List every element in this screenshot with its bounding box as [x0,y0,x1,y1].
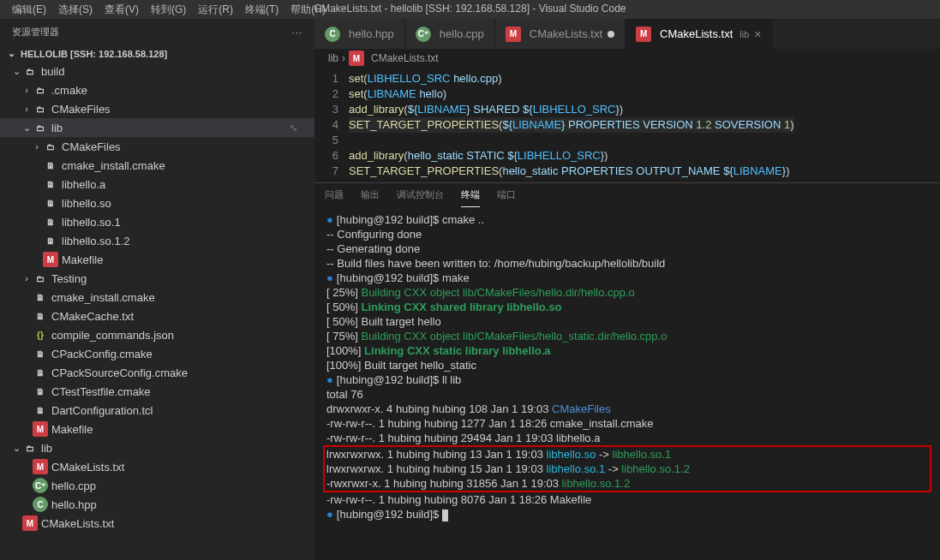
chevron-down-icon: ⌄ [10,66,22,77]
tree-item[interactable]: C⁺hello.cpp [0,476,314,495]
tree-item[interactable]: 🗎libhello.a [0,175,314,194]
tree-item-label: DartConfiguration.tcl [51,404,153,417]
tree-item[interactable]: MCMakeLists.txt [0,514,314,533]
tree-item-label: hello.hpp [51,498,97,511]
chevron-down-icon: ⌄ [10,443,22,454]
panel-tab[interactable]: 调试控制台 [397,188,444,207]
editor-tab[interactable]: MCMakeLists.txtlib× [626,19,772,49]
tree-item[interactable]: 🗎CPackConfig.cmake [0,344,314,363]
tab-label: hello.cpp [440,27,484,40]
folder-icon: 🗀 [43,139,58,154]
tree-item-label: build [41,65,64,78]
menu-item[interactable]: 终端(T) [242,3,282,17]
editor-tab[interactable]: C⁺hello.cpp [405,19,495,49]
tree-item[interactable]: 🗎CPackSourceConfig.cmake [0,363,314,382]
tree-item-label: lib [51,122,63,134]
tree-item-label: libhello.so [62,197,111,210]
explorer-title: 资源管理器 [12,26,59,39]
editor-tab[interactable]: MCMakeLists.txt [495,19,626,49]
bullet-icon: ● [326,373,333,386]
tree-item-label: .cmake [51,84,87,97]
cmake-m-icon: M [349,51,364,66]
panel-tab[interactable]: 输出 [361,188,380,207]
bullet-icon: ● [326,271,333,284]
tree-item[interactable]: 🗎libhello.so [0,194,314,212]
makefile-m-icon: M [43,252,58,267]
tree-item[interactable]: 🗎DartConfiguration.tcl [0,401,314,420]
chevron-right-icon: › [21,104,33,114]
tree-item[interactable]: MMakefile [0,420,314,438]
file-icon: 🗎 [43,158,58,173]
tree-item[interactable]: ›🗀CMakeFiles [0,137,314,156]
close-icon[interactable]: × [754,27,761,41]
cpp-icon: C⁺ [33,478,48,493]
tree-item[interactable]: {}compile_commands.json [0,325,314,344]
terminal[interactable]: ●[hubing@192 build]$ cmake ..-- Configur… [314,207,940,560]
tree-item-label: libhello.so.1 [62,216,121,229]
tree-item-label: lib [41,442,52,455]
folder-icon: 🗀 [22,440,38,456]
tree-item[interactable]: ›🗀Testing [0,269,314,288]
chevron-right-icon: › [342,52,345,64]
tree-item-label: libhello.a [62,178,105,191]
tree-item[interactable]: 🗎CMakeCache.txt [0,307,314,325]
file-icon: 🗎 [33,365,48,380]
more-icon[interactable]: ··· [292,27,302,38]
tree-item[interactable]: 🗎cmake_install.cmake [0,156,314,175]
panel-tab[interactable]: 问题 [325,188,344,207]
explorer-sidebar: 资源管理器 ··· ⌄ HELLOLIB [SSH: 192.168.58.12… [0,19,314,560]
panel-tab[interactable]: 端口 [497,188,516,207]
tab-label: CMakeLists.txt [660,27,733,40]
makefile-m-icon: M [33,421,48,437]
tree-item-label: Testing [51,272,87,285]
file-icon: 🗎 [43,214,58,229]
code-editor[interactable]: 1234567 set(LIBHELLO_SRC hello.cpp)set(L… [314,68,940,182]
tree-item[interactable]: Chello.hpp [0,495,314,514]
tree-item-label: compile_commands.json [51,329,174,342]
tree-item-label: CPackSourceConfig.cmake [51,366,188,379]
tree-item[interactable]: ⌄🗀lib [0,438,314,457]
tree-item[interactable]: ›🗀.cmake [0,80,314,99]
c-header-icon: C [325,27,340,42]
menu-item[interactable]: 帮助(H) [287,3,329,17]
tree-item-label: CPackConfig.cmake [51,348,153,360]
tree-item[interactable]: 🗎CTestTestfile.cmake [0,382,314,401]
chevron-right-icon: › [31,141,43,152]
tree-item[interactable]: MMakefile [0,250,314,269]
menu-item[interactable]: 选择(S) [55,3,96,17]
menu-item[interactable]: 转到(G) [147,3,189,17]
tree-item[interactable]: 🗎libhello.so.1.2 [0,231,314,250]
breadcrumbs[interactable]: lib › M CMakeLists.txt [314,49,940,68]
folder-icon: 🗀 [33,271,48,286]
bullet-icon: ● [326,213,333,226]
bullet-icon: ● [326,508,333,521]
tree-item-label: Makefile [62,253,103,266]
tree-item[interactable]: 🗎libhello.so.1 [0,212,314,231]
tree-item-label: Makefile [51,423,93,436]
file-icon: 🗎 [33,402,48,418]
tab-folder: lib [739,29,749,39]
json-icon: {} [33,327,48,343]
menu-item[interactable]: 运行(R) [195,3,236,17]
chevron-down-icon: ⌄ [21,122,33,134]
tree-item-label: cmake_install.cmake [62,159,165,172]
menu-item[interactable]: 查看(V) [101,3,142,17]
file-icon: 🗎 [33,346,48,361]
panel-tab[interactable]: 终端 [461,188,480,207]
tree-item[interactable]: ⌄🗀lib⤡ [0,118,314,137]
tab-bar: Chello.hppC⁺hello.cppMCMakeLists.txtMCMa… [314,19,940,49]
editor-tab[interactable]: Chello.hpp [314,19,405,49]
tree-item[interactable]: MCMakeLists.txt [0,457,314,476]
tree-item[interactable]: ›🗀CMakeFiles [0,99,314,118]
tree-item[interactable]: 🗎cmake_install.cmake [0,288,314,307]
makefile-m-icon: M [33,459,48,474]
tree-item[interactable]: ⌄🗀build [0,62,314,80]
collapse-icon[interactable]: ⤡ [290,122,297,134]
cpp-icon: C⁺ [416,27,431,42]
menu-item[interactable]: 编辑(E) [9,3,50,17]
file-icon: 🗎 [43,233,58,248]
section-header[interactable]: ⌄ HELLOLIB [SSH: 192.168.58.128] [0,45,314,62]
tree-item-label: cmake_install.cmake [51,291,155,304]
tree-item-label: CMakeFiles [62,140,121,153]
tree-item-label: libhello.so.1.2 [62,235,130,247]
